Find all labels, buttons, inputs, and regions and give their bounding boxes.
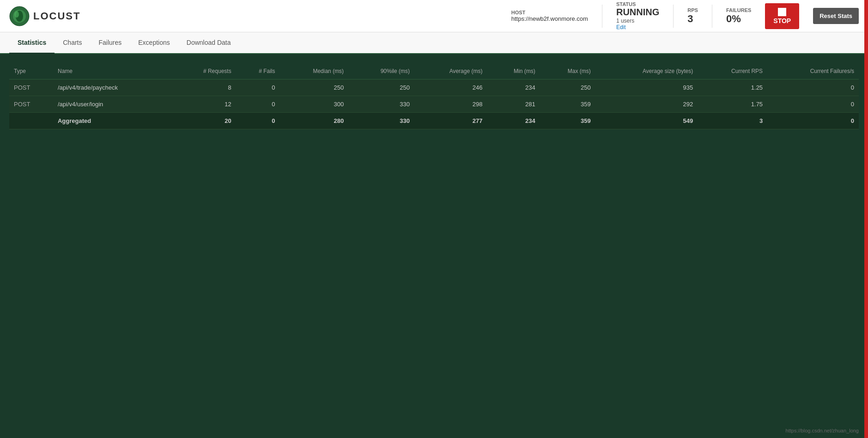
logo-text: LOCUST <box>33 10 80 22</box>
divider-rps-failures <box>712 5 712 28</box>
failures-value: 0% <box>726 13 751 25</box>
cell-median: 280 <box>280 113 349 129</box>
cell-failures-s: 0 <box>767 79 859 96</box>
cell-type <box>9 113 53 129</box>
table-header: Type Name # Requests # Fails Median (ms)… <box>9 63 859 79</box>
cell-avg-size: 549 <box>595 113 698 129</box>
cell-min: 234 <box>487 113 540 129</box>
divider-status-rps <box>673 5 674 28</box>
side-indicator <box>864 0 868 438</box>
cell-fails: 0 <box>236 113 280 129</box>
cell-requests: 20 <box>172 113 236 129</box>
cell-max: 359 <box>540 96 595 113</box>
cell-requests: 12 <box>172 96 236 113</box>
header-info: HOST https://newb2f.wonmore.com STATUS R… <box>511 1 859 30</box>
status-label: STATUS <box>616 1 659 7</box>
cell-average: 246 <box>414 79 487 96</box>
tab-charts[interactable]: Charts <box>55 32 90 54</box>
col-max: Max (ms) <box>540 63 595 79</box>
col-p90: 90%ile (ms) <box>348 63 414 79</box>
rps-label: RPS <box>687 7 698 13</box>
cell-median: 250 <box>280 79 349 96</box>
reset-stats-button[interactable]: Reset Stats <box>813 8 859 24</box>
cell-average: 298 <box>414 96 487 113</box>
table-body: POST/api/v4/trade/paycheck80250250246234… <box>9 79 859 129</box>
tab-exceptions[interactable]: Exceptions <box>130 32 178 54</box>
col-name: Name <box>53 63 172 79</box>
cell-name: /api/v4/trade/paycheck <box>53 79 172 96</box>
col-median: Median (ms) <box>280 63 349 79</box>
cell-failures-s: 0 <box>767 113 859 129</box>
nav-tabs: Statistics Charts Failures Exceptions Do… <box>0 32 868 54</box>
host-label: HOST <box>511 10 588 15</box>
host-block: HOST https://newb2f.wonmore.com <box>511 10 588 22</box>
cell-name: Aggregated <box>53 113 172 129</box>
cell-p90: 250 <box>348 79 414 96</box>
status-users: 1 users <box>616 18 659 24</box>
cell-min: 234 <box>487 79 540 96</box>
failures-block: FAILURES 0% <box>726 7 751 25</box>
cell-failures-s: 0 <box>767 96 859 113</box>
cell-type: POST <box>9 96 53 113</box>
cell-p90: 330 <box>348 113 414 129</box>
cell-type: POST <box>9 79 53 96</box>
cell-avg-size: 292 <box>595 96 698 113</box>
status-value: RUNNING <box>616 7 659 18</box>
stop-icon <box>778 8 786 16</box>
statistics-table: Type Name # Requests # Fails Median (ms)… <box>9 63 859 129</box>
stop-button[interactable]: STOP <box>765 3 799 29</box>
divider-host-status <box>602 5 602 28</box>
cell-p90: 330 <box>348 96 414 113</box>
rps-block: RPS 3 <box>687 7 698 25</box>
locust-logo-icon <box>9 6 30 26</box>
col-avg-size: Average size (bytes) <box>595 63 698 79</box>
main-content: Type Name # Requests # Fails Median (ms)… <box>0 54 868 139</box>
col-fails: # Fails <box>236 63 280 79</box>
status-edit-link[interactable]: Edit <box>616 24 659 30</box>
cell-rps: 3 <box>698 113 767 129</box>
cell-requests: 8 <box>172 79 236 96</box>
col-current-rps: Current RPS <box>698 63 767 79</box>
table-row: Aggregated20028033027723435954930 <box>9 113 859 129</box>
col-min: Min (ms) <box>487 63 540 79</box>
tab-failures[interactable]: Failures <box>90 32 130 54</box>
rps-value: 3 <box>687 13 698 25</box>
stop-button-label: STOP <box>773 17 791 24</box>
cell-fails: 0 <box>236 79 280 96</box>
cell-median: 300 <box>280 96 349 113</box>
col-type: Type <box>9 63 53 79</box>
table-row: POST/api/v4/trade/paycheck80250250246234… <box>9 79 859 96</box>
cell-avg-size: 935 <box>595 79 698 96</box>
cell-min: 281 <box>487 96 540 113</box>
host-value: https://newb2f.wonmore.com <box>511 15 588 22</box>
table-row: POST/api/v4/user/login120300330298281359… <box>9 96 859 113</box>
logo-area: LOCUST <box>9 6 511 26</box>
tab-statistics[interactable]: Statistics <box>9 32 55 54</box>
cell-max: 359 <box>540 113 595 129</box>
cell-name: /api/v4/user/login <box>53 96 172 113</box>
cell-rps: 1.75 <box>698 96 767 113</box>
col-current-failures: Current Failures/s <box>767 63 859 79</box>
status-block: STATUS RUNNING 1 users Edit <box>616 1 659 30</box>
failures-label: FAILURES <box>726 7 751 13</box>
cell-max: 250 <box>540 79 595 96</box>
cell-fails: 0 <box>236 96 280 113</box>
col-average: Average (ms) <box>414 63 487 79</box>
tab-download-data[interactable]: Download Data <box>178 32 239 54</box>
svg-point-3 <box>14 11 19 18</box>
cell-rps: 1.25 <box>698 79 767 96</box>
cell-average: 277 <box>414 113 487 129</box>
footer-link: https://blog.csdn.net/zhuan_long <box>786 428 859 433</box>
col-requests: # Requests <box>172 63 236 79</box>
header: LOCUST HOST https://newb2f.wonmore.com S… <box>0 0 868 32</box>
